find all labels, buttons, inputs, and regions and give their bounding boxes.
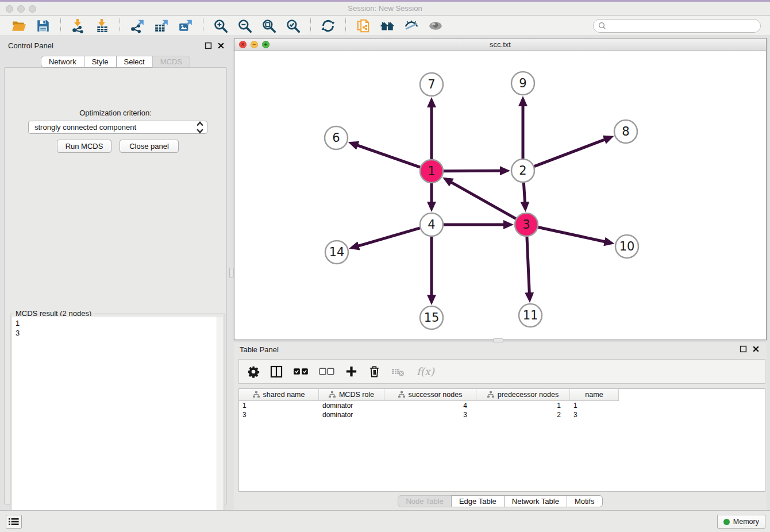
node-11[interactable]: 11 [519,304,542,327]
table-cell[interactable]: 1 [476,401,570,410]
export-table-icon[interactable] [153,17,170,34]
column-header-successor-nodes[interactable]: successor nodes [384,389,476,401]
mcds-result-area[interactable]: 1 3 [11,316,224,530]
node-3[interactable]: 3 [515,213,538,236]
optimization-criterion-label: Optimization criterion: [5,109,226,117]
save-icon[interactable] [34,17,52,34]
select-all-icon[interactable] [293,363,309,380]
table-cell[interactable]: 1 [570,401,619,410]
memory-button[interactable]: Memory [717,515,765,529]
edge-2-3[interactable] [523,183,525,202]
node-15[interactable]: 15 [420,306,443,329]
run-mcds-button[interactable]: Run MCDS [57,140,111,153]
close-panel-icon[interactable] [217,42,225,49]
function-icon[interactable]: f(x) [417,363,434,380]
export-network-icon[interactable] [129,17,146,34]
network-window-titlebar[interactable]: × − + scc.txt [234,38,766,51]
tab-edge-table[interactable]: Edge Table [451,495,505,507]
node-4[interactable]: 4 [420,213,443,236]
zoom-fit-icon[interactable] [260,17,278,34]
table-cell[interactable]: 3 [239,410,319,419]
edge-3-11[interactable] [527,237,529,293]
node-9[interactable]: 9 [511,72,534,95]
float-panel-icon[interactable] [205,42,212,49]
task-history-button[interactable] [6,515,22,529]
attribute-type-icon [398,391,405,398]
column-header-name[interactable]: name [570,389,619,401]
close-table-panel-icon[interactable] [752,345,760,353]
node-1[interactable]: 1 [420,160,443,183]
zoom-out-icon[interactable] [236,17,253,34]
network-file-icon[interactable] [355,17,372,34]
node-label: 14 [329,245,345,259]
table-cell[interactable]: 3 [570,410,619,419]
close-panel-button[interactable]: Close panel [120,140,179,153]
deselect-all-icon[interactable] [319,363,335,380]
import-network-icon[interactable] [70,17,87,34]
node-label: 6 [332,131,340,145]
edge-4-14[interactable] [358,228,419,246]
node-14[interactable]: 14 [325,241,348,264]
tab-select[interactable]: Select [116,56,153,68]
hide-icon[interactable] [403,17,420,34]
node-7[interactable]: 7 [420,73,443,96]
tab-node-table[interactable]: Node Table [398,495,452,507]
node-8[interactable]: 8 [614,120,637,143]
column-label: predecessor nodes [498,391,559,399]
edge-1-2[interactable] [444,171,500,171]
split-view-icon[interactable] [270,363,283,380]
edge-2-8[interactable] [534,140,605,167]
column-header-mcds-role[interactable]: MCDS role [319,389,384,401]
tab-mcds[interactable]: MCDS [152,56,190,68]
network-canvas[interactable]: 7968124314101511 [234,51,766,340]
criterion-dropdown[interactable]: strongly connected component [28,121,207,134]
node-10[interactable]: 10 [615,235,638,258]
result-scrollbar[interactable] [217,317,223,529]
import-table-icon[interactable] [94,17,111,34]
open-folder-icon[interactable] [10,17,28,34]
table-cell[interactable]: 1 [239,401,319,410]
vertical-splitter-handle[interactable] [229,268,234,278]
tab-network-table[interactable]: Network Table [504,495,567,507]
tab-network[interactable]: Network [41,56,84,68]
edge-1-6[interactable] [357,145,420,167]
table-cell[interactable]: 2 [476,410,570,419]
table-row[interactable]: 1dominator411 [239,401,765,410]
node-label: 1 [428,164,435,178]
table-cell[interactable]: 3 [384,410,476,419]
show-icon[interactable] [427,17,444,34]
column-header-shared-name[interactable]: shared name [239,389,319,401]
zoom-in-icon[interactable] [212,17,229,34]
memory-status-dot [723,519,730,525]
search-box[interactable] [593,19,761,33]
delete-table-icon[interactable] [391,363,406,380]
table-row[interactable]: 3dominator323 [239,410,765,419]
control-panel-title: Control Panel [8,41,53,50]
table-cell[interactable]: 4 [384,401,476,410]
home-icon[interactable] [379,17,396,34]
tab-style[interactable]: Style [84,56,117,68]
network-window-title: scc.txt [234,38,766,51]
node-2[interactable]: 2 [511,159,534,182]
float-table-panel-icon[interactable] [740,345,747,353]
export-image-icon[interactable] [177,17,194,34]
node-6[interactable]: 6 [325,126,348,149]
edge-3-1[interactable] [451,182,516,219]
gear-icon[interactable] [247,363,260,380]
table-cell[interactable]: dominator [319,401,384,410]
node-label: 8 [622,125,629,138]
toolbar-separator [60,18,61,33]
delete-icon[interactable] [368,363,381,380]
table-tabs: Node TableEdge TableNetwork TableMotifs [234,495,767,507]
edge-3-10[interactable] [538,227,605,241]
tab-motifs[interactable]: Motifs [567,495,603,507]
table-cell[interactable]: dominator [319,410,384,419]
horizontal-splitter-handle[interactable] [493,338,503,342]
search-input[interactable] [609,22,756,30]
add-icon[interactable] [345,363,358,380]
control-panel: Control Panel NetworkStyleSelectMCDS Opt… [2,38,229,509]
node-label: 3 [522,218,530,232]
zoom-selected-icon[interactable] [284,17,302,34]
column-header-predecessor-nodes[interactable]: predecessor nodes [476,389,570,401]
refresh-icon[interactable] [319,17,337,34]
